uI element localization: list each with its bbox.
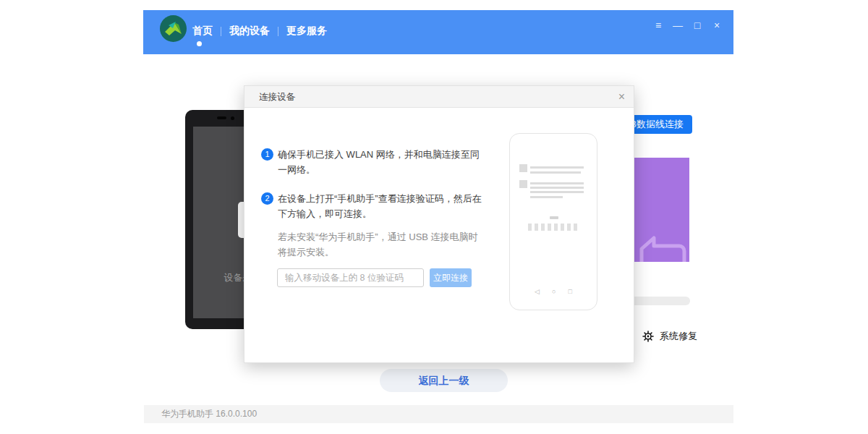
step-1-badge: 1 bbox=[261, 148, 273, 161]
nav-divider bbox=[278, 27, 278, 36]
install-note-text: 若未安装“华为手机助手”，通过 USB 连接电脑时将提示安装。 bbox=[278, 229, 486, 260]
nav-tab-more-services[interactable]: 更多服务 bbox=[286, 25, 327, 38]
dialog-title: 连接设备 bbox=[259, 86, 634, 108]
skeleton-line bbox=[530, 191, 584, 193]
title-bar: 首页 我的设备 更多服务 ≡ — □ × bbox=[143, 10, 733, 54]
skeleton-line bbox=[530, 187, 584, 189]
code-digit-squares bbox=[528, 224, 577, 231]
android-home-icon: ○ bbox=[552, 288, 556, 295]
feature-card-illustration-icon bbox=[634, 226, 689, 262]
close-icon[interactable]: × bbox=[712, 20, 722, 31]
gear-icon bbox=[642, 331, 654, 342]
skeleton-line bbox=[530, 196, 563, 198]
nav-tab-my-devices[interactable]: 我的设备 bbox=[229, 25, 270, 38]
skeleton-icon bbox=[519, 164, 527, 172]
status-bar: 华为手机助手 16.0.0.100 bbox=[144, 405, 733, 423]
dialog-title-bar: 连接设备 × bbox=[244, 86, 634, 108]
skeleton-icon bbox=[519, 180, 527, 188]
verification-code-input[interactable] bbox=[277, 268, 424, 287]
main-nav: 首页 我的设备 更多服务 bbox=[192, 22, 327, 40]
maximize-icon[interactable]: □ bbox=[692, 20, 702, 31]
skeleton-line bbox=[530, 171, 581, 174]
window-controls: ≡ — □ × bbox=[653, 20, 722, 31]
skeleton-line bbox=[530, 182, 584, 184]
nav-divider bbox=[221, 27, 221, 36]
connect-device-dialog: 连接设备 × 1 确保手机已接入 WLAN 网络，并和电脑连接至同一网络。 2 … bbox=[244, 85, 634, 363]
phone-illustration: ◁ ○ □ bbox=[509, 133, 597, 310]
phone-camera bbox=[231, 116, 234, 120]
minimize-icon[interactable]: — bbox=[673, 20, 683, 31]
phone-speaker bbox=[217, 116, 226, 119]
android-back-icon: ◁ bbox=[535, 288, 540, 295]
step-2-text: 在设备上打开“手机助手”查看连接验证码，然后在下方输入，即可连接。 bbox=[278, 191, 486, 221]
step-1-text: 确保手机已接入 WLAN 网络，并和电脑连接至同一网络。 bbox=[278, 147, 486, 177]
dialog-close-icon[interactable]: × bbox=[618, 86, 625, 108]
hisuite-logo-icon bbox=[160, 15, 187, 42]
skeleton-dash bbox=[550, 216, 558, 219]
system-repair-label: 系统修复 bbox=[660, 330, 697, 343]
skeleton-line bbox=[530, 166, 584, 169]
menu-icon[interactable]: ≡ bbox=[653, 20, 663, 31]
step-2-badge: 2 bbox=[261, 192, 273, 205]
android-recent-icon: □ bbox=[568, 288, 571, 295]
system-repair-link[interactable]: 系统修复 bbox=[642, 330, 697, 343]
phone-nav-bar: ◁ ○ □ bbox=[510, 288, 597, 295]
active-tab-indicator bbox=[197, 41, 202, 46]
connect-now-button[interactable]: 立即连接 bbox=[430, 268, 472, 287]
app-version-text: 华为手机助手 16.0.0.100 bbox=[161, 405, 733, 423]
screen: 首页 我的设备 更多服务 ≡ — □ × 设备未连接 使用USB数据线连接 bbox=[0, 0, 868, 434]
back-to-previous-button[interactable]: 返回上一级 bbox=[380, 369, 508, 392]
nav-tab-home[interactable]: 首页 bbox=[192, 25, 213, 38]
